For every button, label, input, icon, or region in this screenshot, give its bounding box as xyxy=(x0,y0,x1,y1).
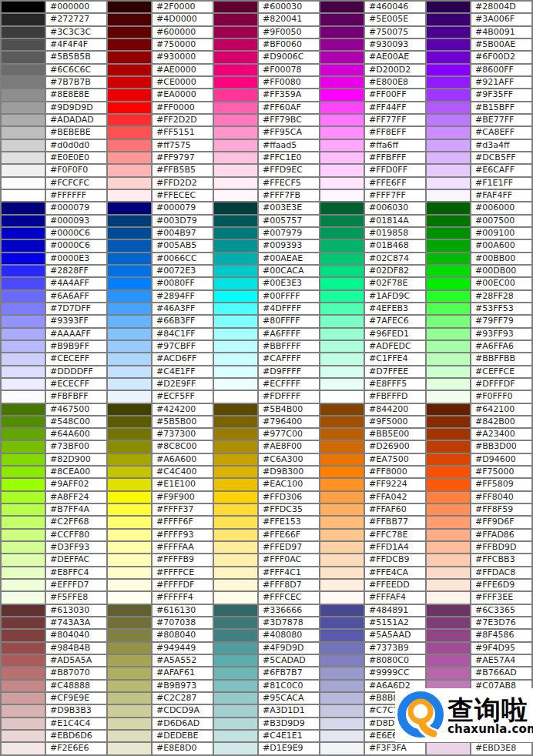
color-hex-label: #B3D9D9 xyxy=(259,718,319,729)
color-swatch xyxy=(214,379,257,390)
color-hex-label: #C48888 xyxy=(46,681,106,691)
color-hex-label: #BEBEBE xyxy=(46,127,106,138)
color-hex-label: #FF9797 xyxy=(153,152,213,163)
color-hex-label: #ADADAD xyxy=(46,115,106,125)
color-swatch xyxy=(320,567,364,578)
color-hex-label: #FF2D2D xyxy=(153,115,213,125)
color-swatch xyxy=(214,127,257,138)
color-swatch xyxy=(108,228,151,239)
color-swatch xyxy=(214,14,257,25)
color-swatch xyxy=(2,127,45,138)
color-swatch xyxy=(320,14,364,25)
color-hex-label: #FFF4C1 xyxy=(259,567,319,578)
color-hex-label: #81C0C0 xyxy=(259,681,319,691)
color-swatch xyxy=(214,27,257,38)
color-hex-label: #E8E8D0 xyxy=(153,743,213,754)
color-swatch xyxy=(214,391,257,402)
color-hex-label: #FFEEDD xyxy=(365,580,425,590)
color-swatch xyxy=(108,65,151,75)
color-swatch xyxy=(214,115,257,125)
color-hex-label: #9F4D95 xyxy=(471,643,531,654)
color-swatch xyxy=(214,454,257,465)
watermark-domain-text: chaxunla.com xyxy=(448,723,533,735)
color-hex-label: #00DB00 xyxy=(471,266,531,276)
color-swatch xyxy=(2,190,45,201)
color-hex-label: #424200 xyxy=(153,404,213,415)
color-swatch xyxy=(2,165,45,176)
color-hex-label: #7E3D76 xyxy=(471,617,531,628)
color-swatch xyxy=(108,479,151,490)
color-swatch xyxy=(427,115,470,125)
color-swatch xyxy=(108,253,151,264)
color-hex-label: #FF95CA xyxy=(259,127,319,138)
color-swatch xyxy=(214,492,257,503)
color-swatch xyxy=(427,530,470,540)
color-hex-label: #9F35FF xyxy=(471,89,531,100)
color-swatch xyxy=(427,240,470,251)
color-swatch xyxy=(214,554,257,565)
color-hex-label: #73BF00 xyxy=(46,441,106,452)
color-swatch xyxy=(320,580,364,590)
color-swatch xyxy=(320,165,364,176)
color-swatch xyxy=(108,77,151,88)
color-swatch xyxy=(214,479,257,490)
color-swatch xyxy=(320,492,364,503)
color-swatch xyxy=(427,140,470,151)
color-swatch xyxy=(2,530,45,540)
color-hex-label: #FFECEC xyxy=(153,190,213,201)
color-hex-label: #8CEA00 xyxy=(46,467,106,477)
color-hex-label: #BB3D00 xyxy=(471,441,531,452)
color-hex-label: #642100 xyxy=(471,404,531,415)
color-hex-label: #8E8E8E xyxy=(46,89,106,100)
color-hex-label: #FF77FF xyxy=(365,115,425,125)
color-hex-label: #D1E9E9 xyxy=(259,743,319,754)
color-hex-label: #FDFFFF xyxy=(259,391,319,402)
color-hex-label: #2F0000 xyxy=(153,2,213,12)
color-swatch xyxy=(2,278,45,289)
color-swatch xyxy=(427,379,470,390)
color-swatch xyxy=(320,454,364,465)
color-hex-label: #FFFFAA xyxy=(153,542,213,553)
color-hex-label: #93FF93 xyxy=(471,329,531,340)
color-swatch xyxy=(2,240,45,251)
color-hex-label: #007500 xyxy=(471,216,531,226)
color-swatch xyxy=(427,580,470,590)
color-hex-label: #FBFFFD xyxy=(365,391,425,402)
color-swatch xyxy=(2,718,45,729)
color-hex-label: #AFAF61 xyxy=(153,667,213,678)
color-hex-label: #007979 xyxy=(259,228,319,239)
color-hex-label: #BF0060 xyxy=(259,39,319,50)
color-swatch xyxy=(427,667,470,678)
color-swatch xyxy=(108,580,151,590)
color-hex-label: #F2E6E6 xyxy=(46,743,106,754)
color-hex-label: #7D7DFF xyxy=(46,303,106,314)
color-swatch xyxy=(427,441,470,452)
color-hex-label: #0000C6 xyxy=(46,228,106,239)
color-hex-label: #272727 xyxy=(46,14,106,25)
color-hex-label: #005757 xyxy=(259,216,319,226)
color-hex-label: #9AFF02 xyxy=(46,479,106,490)
color-swatch xyxy=(320,39,364,50)
color-hex-label: #B766AD xyxy=(471,667,531,678)
color-swatch xyxy=(108,14,151,25)
color-swatch xyxy=(320,341,364,352)
color-hex-label: #97CBFF xyxy=(153,341,213,352)
color-swatch xyxy=(320,479,364,490)
color-swatch xyxy=(108,504,151,515)
color-hex-label: #EA7500 xyxy=(365,454,425,465)
color-swatch xyxy=(427,517,470,527)
color-swatch xyxy=(214,266,257,276)
color-hex-label: #796400 xyxy=(259,416,319,427)
color-hex-label: #000079 xyxy=(153,202,213,213)
color-swatch xyxy=(2,630,45,641)
color-hex-label: #FFE6FF xyxy=(365,178,425,189)
color-swatch xyxy=(320,77,364,88)
color-swatch xyxy=(108,353,151,364)
color-swatch xyxy=(320,52,364,62)
color-swatch xyxy=(108,743,151,754)
color-swatch xyxy=(2,391,45,402)
color-swatch xyxy=(427,605,470,616)
color-hex-label: #D94600 xyxy=(471,454,531,465)
color-hex-label: #FFD1A4 xyxy=(365,542,425,553)
color-swatch xyxy=(108,542,151,553)
